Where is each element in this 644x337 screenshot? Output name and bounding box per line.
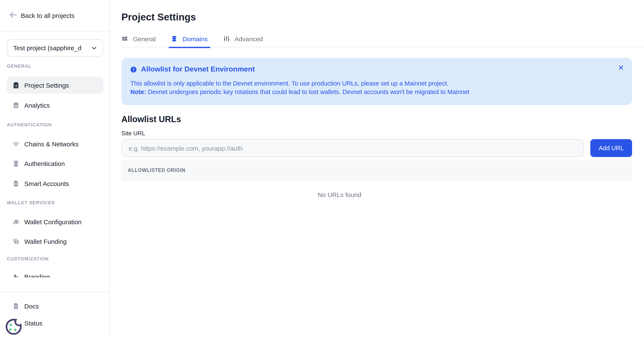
banner-line-2: Note: Devnet undergoes periodic key rota… <box>130 88 624 96</box>
tab-domains[interactable]: Domains <box>171 33 208 45</box>
wallet-gear-icon <box>12 218 20 225</box>
clipboard-list-icon <box>12 81 20 89</box>
tab-label: Domains <box>182 35 208 42</box>
sidebar-item-project-settings[interactable]: Project Settings <box>7 77 104 94</box>
sidebar-item-label: Wallet Funding <box>24 238 67 245</box>
site-url-row: Add URL <box>122 139 632 157</box>
add-url-button[interactable]: Add URL <box>590 139 632 157</box>
back-to-projects-link[interactable]: Back to all projects <box>8 10 74 20</box>
sidebar: Back to all projects Test project (sapph… <box>0 0 110 337</box>
allowlist-table-header: ALLOWLISTED ORIGIN <box>122 160 632 180</box>
sidebar-item-label: Wallet Configuration <box>24 218 82 225</box>
sidebar-divider <box>0 31 110 32</box>
section-label-authentication: AUTHENTICATION <box>7 122 52 128</box>
section-label-general: GENERAL <box>7 63 32 69</box>
section-label-wallet-services: WALLET SERVICES <box>7 200 55 206</box>
sliders-icon <box>223 35 230 42</box>
empty-state-text: No URLs found <box>122 180 558 198</box>
main-content: Project Settings General <box>110 0 644 337</box>
sidebar-item-label: Branding <box>24 273 50 278</box>
database-icon <box>12 160 20 167</box>
tab-label: General <box>133 35 156 42</box>
sidebar-item-label: Project Settings <box>24 81 69 89</box>
branding-icon <box>12 273 20 278</box>
alert-circle-icon <box>130 66 137 72</box>
sidebar-item-label: Analytics <box>24 101 50 109</box>
file-text-icon <box>12 302 20 310</box>
project-selector-value: Test project (sapphire_d <box>13 44 81 51</box>
table-icon <box>122 35 128 42</box>
sidebar-item-smart-accounts[interactable]: Smart Accounts <box>7 175 104 192</box>
wifi-icon <box>12 140 20 147</box>
section-label-customization: CUSTOMIZATION <box>7 256 49 262</box>
banner-title: Allowlist for Devnet Environment <box>141 65 255 74</box>
tab-advanced[interactable]: Advanced <box>223 33 263 45</box>
close-icon[interactable]: ✕ <box>617 64 625 72</box>
sidebar-item-label: Chains & Networks <box>24 140 78 147</box>
project-selector[interactable]: Test project (sapphire_d <box>7 39 103 57</box>
wallet-cards-icon <box>12 238 20 245</box>
tab-bar: General Domains <box>122 33 644 47</box>
banner-note-text: Devnet undergoes periodic key rotations … <box>146 88 469 95</box>
chevron-down-icon <box>91 44 98 51</box>
back-to-projects-label: Back to all projects <box>21 12 74 19</box>
site-url-label: Site URL <box>122 130 632 137</box>
sidebar-item-branding[interactable]: Branding <box>7 268 104 278</box>
page-title: Project Settings <box>122 11 632 23</box>
allowlist-table: ALLOWLISTED ORIGIN No URLs found <box>122 160 632 198</box>
allowlisted-origin-column-header: ALLOWLISTED ORIGIN <box>128 167 185 173</box>
banner-line-1: This allowlist is only applicable to the… <box>130 79 624 88</box>
site-url-input[interactable] <box>122 139 584 157</box>
chart-column-icon <box>12 101 20 109</box>
sidebar-item-authentication[interactable]: Authentication <box>7 155 104 172</box>
app-root: Back to all projects Test project (sapph… <box>0 0 644 337</box>
arrow-left-icon <box>8 10 18 21</box>
sidebar-item-label: Docs <box>24 302 39 310</box>
sidebar-item-docs[interactable]: Docs <box>7 298 104 315</box>
database-icon <box>171 35 178 42</box>
tab-general[interactable]: General <box>122 33 156 45</box>
sidebar-item-label: Smart Accounts <box>24 180 69 187</box>
sidebar-nav: GENERAL Project Settings <box>0 59 109 278</box>
file-text-icon <box>12 180 20 187</box>
devnet-allowlist-banner: Allowlist for Devnet Environment This al… <box>122 58 632 105</box>
sidebar-item-label: Status <box>24 319 42 327</box>
allowlist-heading: Allowlist URLs <box>122 114 632 124</box>
sidebar-item-wallet-funding[interactable]: Wallet Funding <box>7 233 104 250</box>
tab-label: Advanced <box>234 35 263 42</box>
cookie-consent-icon[interactable] <box>4 317 24 336</box>
sidebar-item-chains-networks[interactable]: Chains & Networks <box>7 135 104 152</box>
banner-note-label: Note: <box>130 88 146 95</box>
sidebar-item-analytics[interactable]: Analytics <box>7 97 104 114</box>
sidebar-item-wallet-configuration[interactable]: Wallet Configuration <box>7 213 104 230</box>
sidebar-item-label: Authentication <box>24 160 65 167</box>
